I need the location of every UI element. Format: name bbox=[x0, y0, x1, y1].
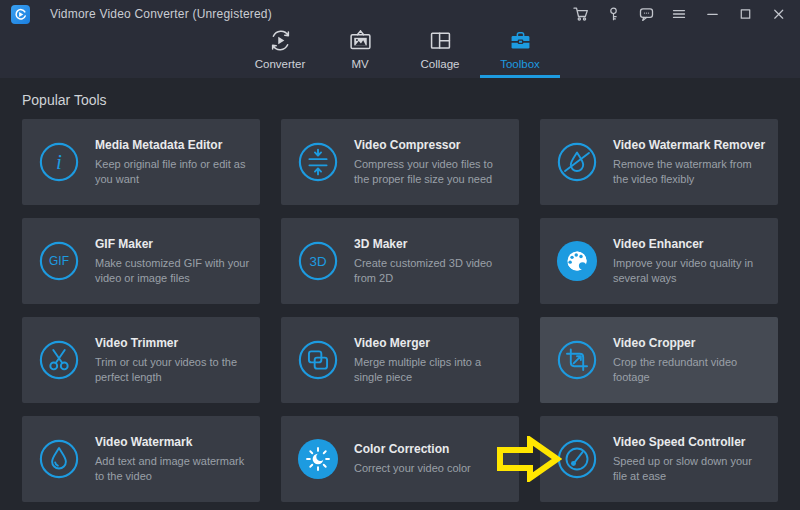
tool-desc: Keep original file info or edit as you w… bbox=[95, 157, 250, 187]
tool-desc: Merge multiple clips into a single piece bbox=[354, 355, 509, 385]
cart-icon[interactable] bbox=[568, 3, 592, 25]
tab-label: Collage bbox=[421, 58, 460, 70]
card-video-watermark-remover[interactable]: Video Watermark Remover Remove the water… bbox=[540, 119, 778, 205]
tool-title: Video Compressor bbox=[354, 138, 509, 152]
card-video-compressor[interactable]: Video Compressor Compress your video fil… bbox=[281, 119, 519, 205]
collage-icon bbox=[427, 28, 454, 53]
tab-collage[interactable]: Collage bbox=[400, 28, 480, 78]
tool-title: Video Speed Controller bbox=[613, 435, 768, 449]
tool-desc: Trim or cut your videos to the perfect l… bbox=[95, 355, 250, 385]
tool-desc: Correct your video color bbox=[354, 461, 471, 476]
svg-text:i: i bbox=[56, 150, 62, 174]
card-3d-maker[interactable]: 3D 3D Maker Create customized 3D video f… bbox=[281, 218, 519, 304]
tab-label: Toolbox bbox=[500, 58, 540, 70]
card-video-enhancer[interactable]: Video Enhancer Improve your video qualit… bbox=[540, 218, 778, 304]
tab-toolbox[interactable]: Toolbox bbox=[480, 28, 560, 78]
tool-title: Video Cropper bbox=[613, 336, 768, 350]
section-title: Popular Tools bbox=[22, 92, 800, 108]
tool-title: Video Enhancer bbox=[613, 237, 768, 251]
drop-icon bbox=[38, 438, 80, 480]
compress-icon bbox=[297, 141, 339, 183]
tool-title: GIF Maker bbox=[95, 237, 250, 251]
main-tabs: Converter MV Collage bbox=[0, 28, 800, 78]
drop-slash-icon bbox=[556, 141, 598, 183]
tool-desc: Remove the watermark from the video flex… bbox=[613, 157, 768, 187]
info-icon: i bbox=[38, 141, 80, 183]
card-video-merger[interactable]: Video Merger Merge multiple clips into a… bbox=[281, 317, 519, 403]
maximize-button[interactable] bbox=[733, 3, 757, 25]
tool-desc: Speed up or slow down your file at ease bbox=[613, 454, 768, 484]
titlebar: Vidmore Video Converter (Unregistered) bbox=[0, 0, 800, 28]
key-icon[interactable] bbox=[601, 3, 625, 25]
card-video-watermark[interactable]: Video Watermark Add text and image water… bbox=[22, 416, 260, 502]
palette-icon bbox=[556, 240, 598, 282]
card-video-cropper[interactable]: Video Cropper Crop the redundant video f… bbox=[540, 317, 778, 403]
app-logo-icon bbox=[11, 5, 30, 24]
tool-title: Video Trimmer bbox=[95, 336, 250, 350]
scissors-icon bbox=[38, 339, 80, 381]
speedometer-icon bbox=[556, 438, 598, 480]
close-button[interactable] bbox=[766, 3, 790, 25]
tab-label: MV bbox=[351, 58, 368, 70]
tool-title: Media Metadata Editor bbox=[95, 138, 250, 152]
tool-title: 3D Maker bbox=[354, 237, 509, 251]
tool-desc: Improve your video quality in several wa… bbox=[613, 256, 768, 286]
svg-text:GIF: GIF bbox=[49, 254, 69, 268]
svg-text:3D: 3D bbox=[309, 254, 326, 269]
tool-desc: Add text and image watermark to the vide… bbox=[95, 454, 250, 484]
tool-desc: Make customized GIF with your video or i… bbox=[95, 256, 250, 286]
tool-desc: Crop the redundant video footage bbox=[613, 355, 768, 385]
tool-title: Color Correction bbox=[354, 442, 471, 456]
toolbox-icon bbox=[507, 28, 534, 53]
tab-label: Converter bbox=[255, 58, 306, 70]
crop-icon bbox=[556, 339, 598, 381]
minimize-button[interactable] bbox=[700, 3, 724, 25]
feedback-icon[interactable] bbox=[634, 3, 658, 25]
card-color-correction[interactable]: Color Correction Correct your video colo… bbox=[281, 416, 519, 502]
sun-icon bbox=[297, 438, 339, 480]
tool-title: Video Watermark bbox=[95, 435, 250, 449]
tool-title: Video Merger bbox=[354, 336, 509, 350]
card-video-trimmer[interactable]: Video Trimmer Trim or cut your videos to… bbox=[22, 317, 260, 403]
merge-icon bbox=[297, 339, 339, 381]
menu-icon[interactable] bbox=[667, 3, 691, 25]
tool-title: Video Watermark Remover bbox=[613, 138, 768, 152]
tool-desc: Compress your video files to the proper … bbox=[354, 157, 509, 187]
converter-icon bbox=[267, 28, 294, 53]
tab-mv[interactable]: MV bbox=[320, 28, 400, 78]
3d-icon: 3D bbox=[297, 240, 339, 282]
gif-icon: GIF bbox=[38, 240, 80, 282]
tools-grid: i Media Metadata Editor Keep original fi… bbox=[22, 119, 778, 502]
card-video-speed-controller[interactable]: Video Speed Controller Speed up or slow … bbox=[540, 416, 778, 502]
tab-converter[interactable]: Converter bbox=[240, 28, 320, 78]
window-title: Vidmore Video Converter (Unregistered) bbox=[50, 7, 272, 21]
mv-icon bbox=[347, 28, 374, 53]
tool-desc: Create customized 3D video from 2D bbox=[354, 256, 509, 286]
app-header: Vidmore Video Converter (Unregistered) bbox=[0, 0, 800, 78]
card-media-metadata-editor[interactable]: i Media Metadata Editor Keep original fi… bbox=[22, 119, 260, 205]
card-gif-maker[interactable]: GIF GIF Maker Make customized GIF with y… bbox=[22, 218, 260, 304]
